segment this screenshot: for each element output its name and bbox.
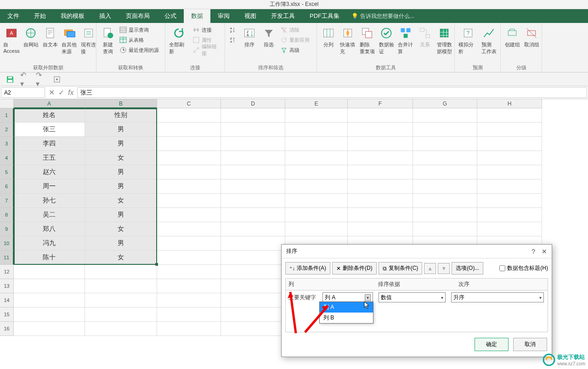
cell-F6[interactable]	[348, 179, 413, 194]
cell-A7[interactable]: 孙七	[14, 194, 85, 208]
cell-B6[interactable]: 男	[85, 179, 157, 194]
ok-button[interactable]: 确定	[475, 338, 509, 351]
cell-H5[interactable]	[477, 165, 542, 179]
cell-A16[interactable]	[14, 322, 85, 336]
cell-B12[interactable]	[85, 265, 157, 279]
whatif-button[interactable]: ?模拟分析	[457, 25, 479, 56]
cell-D12[interactable]	[221, 265, 285, 279]
row-header-13[interactable]: 13	[0, 279, 14, 293]
dropdown-option-col-a[interactable]: 列 A	[320, 302, 373, 313]
consolidate-button[interactable]: 合并计算	[396, 25, 415, 56]
select-all-corner[interactable]	[0, 99, 14, 108]
row-header-1[interactable]: 1	[0, 108, 14, 123]
cell-D4[interactable]	[221, 151, 285, 165]
cell-E2[interactable]	[285, 123, 348, 137]
cell-C10[interactable]	[157, 236, 221, 251]
cell-F4[interactable]	[348, 151, 413, 165]
row-header-3[interactable]: 3	[0, 137, 14, 151]
cell-E4[interactable]	[285, 151, 348, 165]
sortby-select[interactable]: 数值▾	[379, 292, 446, 302]
options-button[interactable]: 选项(O)...	[452, 262, 483, 274]
cell-C16[interactable]	[157, 322, 221, 336]
cell-C11[interactable]	[157, 251, 221, 265]
cell-H3[interactable]	[477, 137, 542, 151]
cell-A2[interactable]: 张三	[14, 123, 85, 137]
tab-home[interactable]: 开始	[27, 9, 53, 23]
data-validation-button[interactable]: 数据验 证	[377, 25, 396, 56]
cell-B3[interactable]: 男	[85, 137, 157, 151]
cell-D6[interactable]	[221, 179, 285, 194]
ungroup-button[interactable]: 取消组	[522, 25, 541, 49]
cell-F2[interactable]	[348, 123, 413, 137]
cell-H7[interactable]	[477, 194, 542, 208]
cell-A12[interactable]	[14, 265, 85, 279]
headers-checkbox[interactable]: 数据包含标题(H)	[499, 264, 548, 272]
row-header-12[interactable]: 12	[0, 265, 14, 279]
col-header-F[interactable]: F	[348, 99, 413, 108]
cell-A11[interactable]: 陈十	[14, 251, 85, 265]
cell-B15[interactable]	[85, 308, 157, 322]
filter-button[interactable]: 筛选	[259, 25, 278, 49]
cell-B1[interactable]: 性别	[85, 108, 157, 123]
from-table-button[interactable]: 从表格	[118, 35, 161, 45]
cell-D9[interactable]	[221, 222, 285, 236]
cell-G9[interactable]	[413, 222, 477, 236]
text-to-columns-button[interactable]: 分列	[319, 25, 338, 49]
col-header-C[interactable]: C	[157, 99, 221, 108]
cell-B16[interactable]	[85, 322, 157, 336]
cell-D1[interactable]	[221, 108, 285, 123]
save-button[interactable]	[5, 74, 16, 85]
cell-F5[interactable]	[348, 165, 413, 179]
dropdown-option-col-b[interactable]: 列 B	[320, 313, 373, 323]
cell-G4[interactable]	[413, 151, 477, 165]
row-header-7[interactable]: 7	[0, 194, 14, 208]
redo-button[interactable]: ↷ ▾	[36, 74, 47, 85]
from-other-button[interactable]: 自其他来源	[60, 25, 79, 56]
cell-E1[interactable]	[285, 108, 348, 123]
tab-insert[interactable]: 插入	[92, 9, 119, 23]
formula-bar[interactable]	[77, 87, 587, 98]
cell-B10[interactable]: 男	[85, 236, 157, 251]
cell-H1[interactable]	[477, 108, 542, 123]
cell-A13[interactable]	[14, 279, 85, 293]
tab-pdf[interactable]: PDF工具集	[302, 9, 347, 23]
delete-condition-button[interactable]: ✕删除条件(D)	[332, 262, 377, 274]
dialog-title-bar[interactable]: 排序 ? ✕	[282, 245, 552, 258]
cell-G7[interactable]	[413, 194, 477, 208]
cell-D14[interactable]	[221, 293, 285, 308]
cell-C3[interactable]	[157, 137, 221, 151]
cell-G1[interactable]	[413, 108, 477, 123]
order-select[interactable]: 升序▾	[451, 292, 544, 302]
cell-C7[interactable]	[157, 194, 221, 208]
cell-A10[interactable]: 冯九	[14, 236, 85, 251]
cell-B7[interactable]: 女	[85, 194, 157, 208]
row-header-9[interactable]: 9	[0, 222, 14, 236]
col-header-E[interactable]: E	[285, 99, 348, 108]
row-header-11[interactable]: 11	[0, 251, 14, 265]
add-condition-button[interactable]: ⁺↓添加条件(A)	[285, 262, 330, 274]
tab-formula[interactable]: 公式	[157, 9, 184, 23]
cell-H4[interactable]	[477, 151, 542, 165]
from-web-button[interactable]: 自网站	[21, 25, 40, 49]
cell-H8[interactable]	[477, 208, 542, 222]
existing-conn-button[interactable]: 现有连接	[79, 25, 98, 56]
column-dropdown[interactable]: 列 A 列 B	[319, 302, 373, 324]
cell-E9[interactable]	[285, 222, 348, 236]
fx-icon[interactable]: fx	[68, 89, 74, 97]
cell-C1[interactable]	[157, 108, 221, 123]
cell-A9[interactable]: 郑八	[14, 222, 85, 236]
cell-C4[interactable]	[157, 151, 221, 165]
cell-C13[interactable]	[157, 279, 221, 293]
cell-B11[interactable]: 女	[85, 251, 157, 265]
cell-A14[interactable]	[14, 293, 85, 308]
cancel-icon[interactable]: ✕	[49, 88, 55, 97]
move-up-button[interactable]: ▲	[424, 263, 436, 274]
cell-G2[interactable]	[413, 123, 477, 137]
flash-fill-button[interactable]: 快速填充	[338, 25, 357, 56]
tab-dev[interactable]: 开发工具	[264, 9, 302, 23]
cell-E5[interactable]	[285, 165, 348, 179]
cell-C12[interactable]	[157, 265, 221, 279]
cell-C2[interactable]	[157, 123, 221, 137]
cell-A8[interactable]: 吴二	[14, 208, 85, 222]
tab-data[interactable]: 数据	[184, 9, 210, 23]
